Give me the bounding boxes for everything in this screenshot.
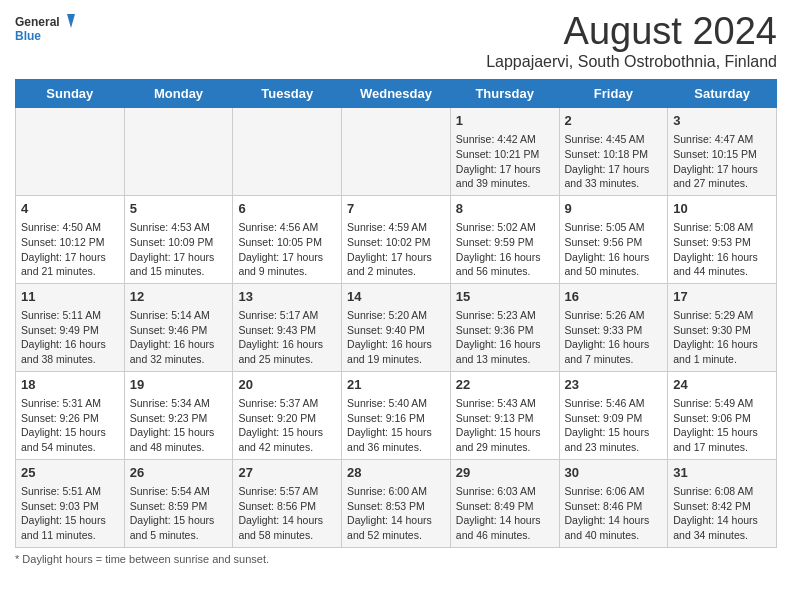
day-info: and 15 minutes.	[130, 264, 228, 279]
calendar-cell: 23Sunrise: 5:46 AMSunset: 9:09 PMDayligh…	[559, 371, 668, 459]
col-header-saturday: Saturday	[668, 80, 777, 108]
day-info: Sunset: 9:30 PM	[673, 323, 771, 338]
day-number: 7	[347, 200, 445, 218]
day-info: and 2 minutes.	[347, 264, 445, 279]
calendar-cell: 9Sunrise: 5:05 AMSunset: 9:56 PMDaylight…	[559, 195, 668, 283]
day-number: 30	[565, 464, 663, 482]
calendar-cell	[233, 108, 342, 196]
svg-text:General: General	[15, 15, 60, 29]
day-info: Sunrise: 4:50 AM	[21, 220, 119, 235]
day-number: 8	[456, 200, 554, 218]
day-info: Sunrise: 5:29 AM	[673, 308, 771, 323]
day-info: Daylight: 16 hours	[565, 250, 663, 265]
day-info: and 52 minutes.	[347, 528, 445, 543]
calendar-cell: 24Sunrise: 5:49 AMSunset: 9:06 PMDayligh…	[668, 371, 777, 459]
day-info: Sunrise: 6:06 AM	[565, 484, 663, 499]
day-info: Sunset: 10:18 PM	[565, 147, 663, 162]
header-row: SundayMondayTuesdayWednesdayThursdayFrid…	[16, 80, 777, 108]
day-info: Sunset: 9:56 PM	[565, 235, 663, 250]
day-info: Daylight: 15 hours	[21, 425, 119, 440]
day-info: Sunset: 9:09 PM	[565, 411, 663, 426]
day-info: Daylight: 16 hours	[456, 337, 554, 352]
day-info: and 27 minutes.	[673, 176, 771, 191]
day-info: and 21 minutes.	[21, 264, 119, 279]
day-info: Sunset: 8:56 PM	[238, 499, 336, 514]
day-info: and 7 minutes.	[565, 352, 663, 367]
calendar-cell: 15Sunrise: 5:23 AMSunset: 9:36 PMDayligh…	[450, 283, 559, 371]
day-info: and 39 minutes.	[456, 176, 554, 191]
day-info: Daylight: 16 hours	[673, 337, 771, 352]
day-info: Daylight: 16 hours	[673, 250, 771, 265]
day-info: Sunrise: 5:54 AM	[130, 484, 228, 499]
calendar-cell: 10Sunrise: 5:08 AMSunset: 9:53 PMDayligh…	[668, 195, 777, 283]
day-info: Sunset: 8:42 PM	[673, 499, 771, 514]
day-info: and 48 minutes.	[130, 440, 228, 455]
day-info: Daylight: 16 hours	[456, 250, 554, 265]
day-info: Sunrise: 6:00 AM	[347, 484, 445, 499]
calendar-cell: 11Sunrise: 5:11 AMSunset: 9:49 PMDayligh…	[16, 283, 125, 371]
day-number: 4	[21, 200, 119, 218]
day-info: Sunset: 9:53 PM	[673, 235, 771, 250]
day-info: Daylight: 15 hours	[21, 513, 119, 528]
day-info: and 56 minutes.	[456, 264, 554, 279]
day-info: and 40 minutes.	[565, 528, 663, 543]
calendar-cell: 25Sunrise: 5:51 AMSunset: 9:03 PMDayligh…	[16, 459, 125, 547]
day-info: Sunset: 9:13 PM	[456, 411, 554, 426]
day-number: 9	[565, 200, 663, 218]
subtitle: Lappajaervi, South Ostrobothnia, Finland	[486, 53, 777, 71]
day-info: Sunrise: 4:59 AM	[347, 220, 445, 235]
calendar-cell: 6Sunrise: 4:56 AMSunset: 10:05 PMDayligh…	[233, 195, 342, 283]
calendar-cell: 16Sunrise: 5:26 AMSunset: 9:33 PMDayligh…	[559, 283, 668, 371]
day-info: Sunrise: 5:37 AM	[238, 396, 336, 411]
day-info: Sunrise: 6:03 AM	[456, 484, 554, 499]
day-info: Daylight: 15 hours	[347, 425, 445, 440]
calendar-table: SundayMondayTuesdayWednesdayThursdayFrid…	[15, 79, 777, 548]
col-header-sunday: Sunday	[16, 80, 125, 108]
col-header-tuesday: Tuesday	[233, 80, 342, 108]
day-number: 17	[673, 288, 771, 306]
calendar-cell: 4Sunrise: 4:50 AMSunset: 10:12 PMDayligh…	[16, 195, 125, 283]
day-info: Daylight: 15 hours	[130, 425, 228, 440]
day-number: 23	[565, 376, 663, 394]
day-info: Sunrise: 4:42 AM	[456, 132, 554, 147]
day-info: Daylight: 17 hours	[673, 162, 771, 177]
day-info: Daylight: 14 hours	[673, 513, 771, 528]
day-info: and 34 minutes.	[673, 528, 771, 543]
calendar-cell: 27Sunrise: 5:57 AMSunset: 8:56 PMDayligh…	[233, 459, 342, 547]
day-info: Sunset: 10:21 PM	[456, 147, 554, 162]
day-info: Daylight: 15 hours	[456, 425, 554, 440]
week-row-2: 4Sunrise: 4:50 AMSunset: 10:12 PMDayligh…	[16, 195, 777, 283]
day-info: Daylight: 14 hours	[456, 513, 554, 528]
day-info: Sunrise: 5:34 AM	[130, 396, 228, 411]
day-number: 5	[130, 200, 228, 218]
day-number: 25	[21, 464, 119, 482]
day-info: Sunset: 9:43 PM	[238, 323, 336, 338]
day-info: Sunrise: 4:45 AM	[565, 132, 663, 147]
calendar-cell: 13Sunrise: 5:17 AMSunset: 9:43 PMDayligh…	[233, 283, 342, 371]
day-info: Sunrise: 5:17 AM	[238, 308, 336, 323]
day-info: Sunset: 8:53 PM	[347, 499, 445, 514]
day-number: 12	[130, 288, 228, 306]
logo-svg: General Blue	[15, 10, 75, 50]
footer-note: * Daylight hours = time between sunrise …	[15, 553, 777, 565]
week-row-4: 18Sunrise: 5:31 AMSunset: 9:26 PMDayligh…	[16, 371, 777, 459]
day-info: Sunset: 10:09 PM	[130, 235, 228, 250]
calendar-cell: 28Sunrise: 6:00 AMSunset: 8:53 PMDayligh…	[342, 459, 451, 547]
calendar-cell: 3Sunrise: 4:47 AMSunset: 10:15 PMDayligh…	[668, 108, 777, 196]
day-info: Sunset: 9:49 PM	[21, 323, 119, 338]
day-info: Sunset: 10:15 PM	[673, 147, 771, 162]
day-number: 15	[456, 288, 554, 306]
header: General Blue August 2024 Lappajaervi, So…	[15, 10, 777, 71]
day-number: 27	[238, 464, 336, 482]
svg-marker-2	[67, 14, 75, 28]
day-info: Sunrise: 4:47 AM	[673, 132, 771, 147]
calendar-cell	[16, 108, 125, 196]
calendar-cell: 14Sunrise: 5:20 AMSunset: 9:40 PMDayligh…	[342, 283, 451, 371]
day-info: and 19 minutes.	[347, 352, 445, 367]
day-info: and 38 minutes.	[21, 352, 119, 367]
calendar-cell: 29Sunrise: 6:03 AMSunset: 8:49 PMDayligh…	[450, 459, 559, 547]
day-info: Sunset: 9:26 PM	[21, 411, 119, 426]
day-number: 13	[238, 288, 336, 306]
day-info: Daylight: 17 hours	[456, 162, 554, 177]
svg-text:Blue: Blue	[15, 29, 41, 43]
